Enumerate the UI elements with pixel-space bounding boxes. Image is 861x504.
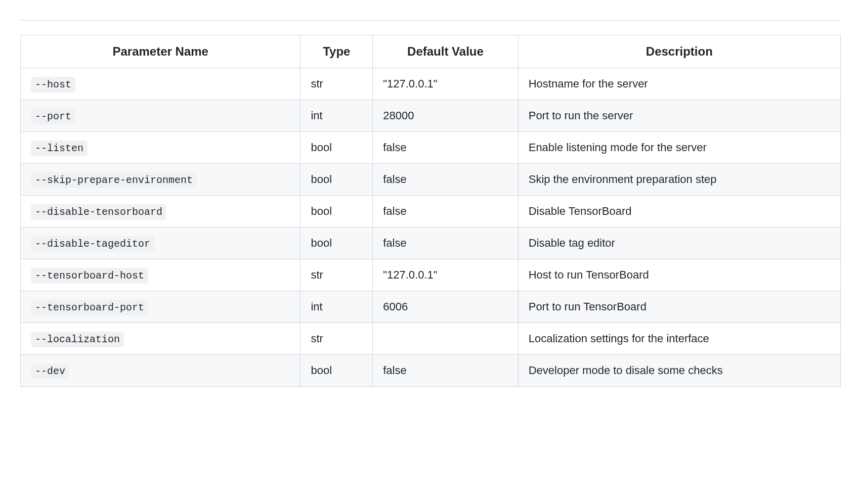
- header-description: Description: [518, 35, 840, 68]
- cell-default: false: [373, 132, 518, 164]
- cell-parameter-name: --skip-prepare-environment: [21, 164, 300, 196]
- parameter-code: --dev: [31, 363, 69, 379]
- cell-type: bool: [300, 164, 373, 196]
- header-default: Default Value: [373, 35, 518, 68]
- cell-parameter-name: --tensorboard-port: [21, 291, 300, 323]
- cell-type: bool: [300, 196, 373, 227]
- cell-type: str: [300, 68, 373, 100]
- cell-default: false: [373, 355, 518, 387]
- cell-parameter-name: --disable-tageditor: [21, 227, 300, 259]
- cell-type: int: [300, 100, 373, 132]
- table-row: --tensorboard-hoststr"127.0.0.1"Host to …: [21, 259, 841, 291]
- cell-default: false: [373, 164, 518, 196]
- table-row: --listenboolfalseEnable listening mode f…: [21, 132, 841, 164]
- cell-parameter-name: --localization: [21, 323, 300, 355]
- cell-type: int: [300, 291, 373, 323]
- cell-type: bool: [300, 355, 373, 387]
- cell-type: bool: [300, 227, 373, 259]
- cell-default: "127.0.0.1": [373, 259, 518, 291]
- cell-default: [373, 323, 518, 355]
- parameter-code: --disable-tensorboard: [31, 204, 166, 220]
- parameters-table: Parameter Name Type Default Value Descri…: [20, 35, 841, 387]
- table-row: --portint28000Port to run the server: [21, 100, 841, 132]
- parameter-code: --port: [31, 109, 75, 124]
- parameter-code: --disable-tageditor: [31, 236, 154, 252]
- cell-default: 6006: [373, 291, 518, 323]
- cell-parameter-name: --tensorboard-host: [21, 259, 300, 291]
- cell-description: Port to run TensorBoard: [518, 291, 840, 323]
- cell-description: Disable tag editor: [518, 227, 840, 259]
- cell-default: false: [373, 227, 518, 259]
- table-row: --localizationstrLocalization settings f…: [21, 323, 841, 355]
- table-row: --devboolfalseDeveloper mode to disale s…: [21, 355, 841, 387]
- cell-description: Developer mode to disale some checks: [518, 355, 840, 387]
- table-row: --disable-tageditorboolfalseDisable tag …: [21, 227, 841, 259]
- parameter-code: --tensorboard-host: [31, 268, 148, 284]
- cell-description: Localization settings for the interface: [518, 323, 840, 355]
- cell-parameter-name: --listen: [21, 132, 300, 164]
- cell-type: str: [300, 323, 373, 355]
- cell-description: Enable listening mode for the server: [518, 132, 840, 164]
- table-row: --skip-prepare-environmentboolfalseSkip …: [21, 164, 841, 196]
- cell-parameter-name: --dev: [21, 355, 300, 387]
- cell-description: Hostname for the server: [518, 68, 840, 100]
- header-type: Type: [300, 35, 373, 68]
- cell-parameter-name: --disable-tensorboard: [21, 196, 300, 227]
- header-name: Parameter Name: [21, 35, 300, 68]
- cell-description: Port to run the server: [518, 100, 840, 132]
- cell-type: str: [300, 259, 373, 291]
- parameter-code: --listen: [31, 141, 88, 156]
- parameter-code: --host: [31, 77, 75, 93]
- cell-default: "127.0.0.1": [373, 68, 518, 100]
- cell-type: bool: [300, 132, 373, 164]
- table-row: --tensorboard-portint6006Port to run Ten…: [21, 291, 841, 323]
- parameter-code: --tensorboard-port: [31, 300, 148, 315]
- parameter-code: --localization: [31, 332, 124, 347]
- table-row: --disable-tensorboardboolfalseDisable Te…: [21, 196, 841, 227]
- cell-default: false: [373, 196, 518, 227]
- parameter-code: --skip-prepare-environment: [31, 172, 197, 188]
- cell-default: 28000: [373, 100, 518, 132]
- cell-parameter-name: --port: [21, 100, 300, 132]
- top-divider: [20, 20, 841, 21]
- cell-description: Skip the environment preparation step: [518, 164, 840, 196]
- table-row: --hoststr"127.0.0.1"Hostname for the ser…: [21, 68, 841, 100]
- table-header-row: Parameter Name Type Default Value Descri…: [21, 35, 841, 68]
- cell-description: Disable TensorBoard: [518, 196, 840, 227]
- cell-parameter-name: --host: [21, 68, 300, 100]
- cell-description: Host to run TensorBoard: [518, 259, 840, 291]
